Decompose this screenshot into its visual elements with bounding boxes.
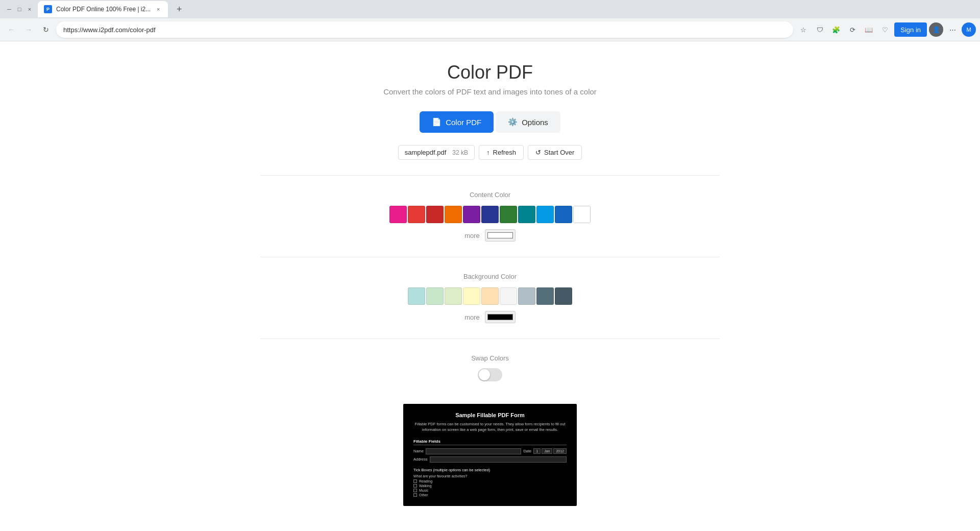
pdf-checkbox-music-box — [413, 489, 417, 492]
bg-more-label: more — [464, 313, 480, 321]
content-swatch-blue[interactable] — [555, 206, 572, 223]
content-swatch-red[interactable] — [408, 206, 425, 223]
content-swatch-lightblue[interactable] — [536, 206, 554, 223]
browser-tab[interactable]: P Color PDF Online 100% Free | i2... × — [38, 1, 168, 17]
favorites-button[interactable]: ♡ — [878, 22, 892, 37]
page-title: Color PDF — [10, 62, 970, 83]
toolbar-actions: ☆ 🛡 🧩 ⟳ 📖 ♡ Sign in 👤 ⋯ M — [796, 22, 976, 37]
refresh-pdf-button[interactable]: ↑ Refresh — [479, 145, 524, 160]
close-tab-button[interactable]: × — [155, 6, 162, 13]
content-color-more-row: more — [260, 229, 720, 242]
bg-swatch-yellow-light[interactable] — [463, 287, 480, 305]
pdf-checkbox-reading: Reading — [413, 479, 567, 483]
bg-swatch-orange-light[interactable] — [481, 287, 499, 305]
bg-swatch-blue-grey[interactable] — [518, 287, 535, 305]
profile-avatar[interactable]: 👤 — [929, 22, 943, 37]
pdf-preview: Sample Fillable PDF Form Fillable PDF fo… — [403, 404, 577, 506]
refresh-label: Refresh — [493, 149, 517, 156]
pdf-checkbox-walking: Walking — [413, 484, 567, 488]
address-bar[interactable] — [56, 21, 793, 38]
content-swatch-white[interactable] — [573, 206, 591, 223]
content-color-section: Content Color more — [260, 181, 720, 252]
options-label: Options — [522, 118, 548, 127]
pdf-checkbox-section: Tick Boxes (multiple options can be sele… — [413, 468, 567, 497]
extensions-button[interactable]: 🧩 — [829, 22, 843, 37]
color-pdf-button[interactable]: 📄 Color PDF — [420, 111, 494, 133]
reading-view-button[interactable]: 📖 — [862, 22, 876, 37]
pdf-checkbox-other-box — [413, 493, 417, 497]
options-button[interactable]: ⚙️ Options — [496, 111, 560, 133]
bg-swatch-teal-light[interactable] — [408, 287, 425, 305]
bg-swatch-slate[interactable] — [536, 287, 554, 305]
divider-1 — [260, 175, 720, 176]
color-pdf-icon: 📄 — [432, 117, 442, 127]
pdf-address-field — [430, 456, 567, 463]
page-header: Color PDF Convert the colors of PDF text… — [10, 62, 970, 96]
pdf-address-label: Address — [413, 457, 428, 462]
user-avatar[interactable]: M — [962, 22, 976, 37]
close-window-button[interactable]: × — [26, 5, 34, 13]
pdf-date-year: 2012 — [553, 448, 567, 454]
background-color-swatches — [260, 287, 720, 305]
tab-title: Color PDF Online 100% Free | i2... — [56, 6, 151, 13]
pdf-checkbox-music: Music — [413, 489, 567, 492]
page-subtitle: Convert the colors of PDF text and image… — [10, 87, 970, 96]
content-color-title: Content Color — [260, 191, 720, 199]
swap-colors-toggle[interactable] — [478, 368, 502, 381]
content-color-input[interactable] — [485, 229, 516, 242]
content-swatch-darkblue[interactable] — [481, 206, 499, 223]
more-options-button[interactable]: ⋯ — [945, 22, 960, 37]
color-pdf-label: Color PDF — [446, 118, 481, 127]
bg-swatch-grey-light[interactable] — [500, 287, 517, 305]
content-swatch-magenta[interactable] — [389, 206, 407, 223]
start-over-button[interactable]: ↺ Start Over — [528, 145, 582, 160]
pdf-date-month: Jan — [542, 448, 552, 454]
pdf-date-label: Date — [523, 449, 531, 453]
browser-toolbar: ← → ↻ ☆ 🛡 🧩 ⟳ 📖 ♡ Sign in 👤 ⋯ M — [0, 18, 980, 41]
swap-colors-title: Swap Colors — [260, 354, 720, 362]
bg-swatch-green-light[interactable] — [426, 287, 444, 305]
main-buttons: 📄 Color PDF ⚙️ Options — [10, 111, 970, 133]
browser-titlebar: ─ □ × P Color PDF Online 100% Free | i2.… — [0, 0, 980, 18]
minimize-button[interactable]: ─ — [5, 5, 13, 13]
forward-button[interactable]: → — [21, 22, 36, 37]
maximize-button[interactable]: □ — [15, 5, 23, 13]
divider-3 — [260, 339, 720, 339]
browser-window-controls: ─ □ × — [5, 5, 34, 13]
shield-icon[interactable]: 🛡 — [813, 22, 827, 37]
background-color-input[interactable] — [485, 311, 516, 323]
back-button[interactable]: ← — [4, 22, 18, 37]
content-swatch-purple[interactable] — [463, 206, 480, 223]
pdf-preview-inner: Sample Fillable PDF Form Fillable PDF fo… — [403, 404, 577, 506]
swap-colors-section: Swap Colors — [260, 344, 720, 394]
divider-2 — [260, 257, 720, 257]
bg-swatch-darkslate[interactable] — [555, 287, 572, 305]
content-more-label: more — [464, 232, 480, 239]
add-tab-button[interactable]: + — [172, 2, 186, 16]
content-swatch-green[interactable] — [500, 206, 517, 223]
start-over-label: Start Over — [544, 149, 574, 156]
background-color-title: Background Color — [260, 273, 720, 280]
pdf-fillable-fields-label: Fillable Fields — [413, 439, 567, 445]
sync-button[interactable]: ⟳ — [845, 22, 860, 37]
pdf-address-row: Address — [413, 456, 567, 463]
sign-in-button[interactable]: Sign in — [894, 22, 927, 37]
pdf-checkbox-walking-box — [413, 484, 417, 488]
pdf-name-field — [426, 448, 521, 454]
pdf-tick-boxes-label: Tick Boxes (multiple options can be sele… — [413, 468, 567, 472]
content-color-swatches — [260, 206, 720, 223]
content-swatch-darkred[interactable] — [426, 206, 444, 223]
pdf-checkbox-other: Other — [413, 493, 567, 497]
pdf-checkbox-other-label: Other — [419, 493, 428, 497]
star-button[interactable]: ☆ — [796, 22, 811, 37]
tab-favicon: P — [44, 5, 52, 13]
bg-swatch-lime-light[interactable] — [445, 287, 462, 305]
refresh-icon: ↑ — [486, 149, 490, 156]
pdf-activities-question: What are your favourite activities? — [413, 474, 567, 478]
pdf-name-row: Name Date 1 Jan 2012 — [413, 448, 567, 454]
start-over-icon: ↺ — [535, 149, 541, 156]
pdf-name-label: Name — [413, 449, 424, 453]
content-swatch-teal[interactable] — [518, 206, 535, 223]
content-swatch-orange[interactable] — [445, 206, 462, 223]
refresh-button[interactable]: ↻ — [39, 22, 53, 37]
